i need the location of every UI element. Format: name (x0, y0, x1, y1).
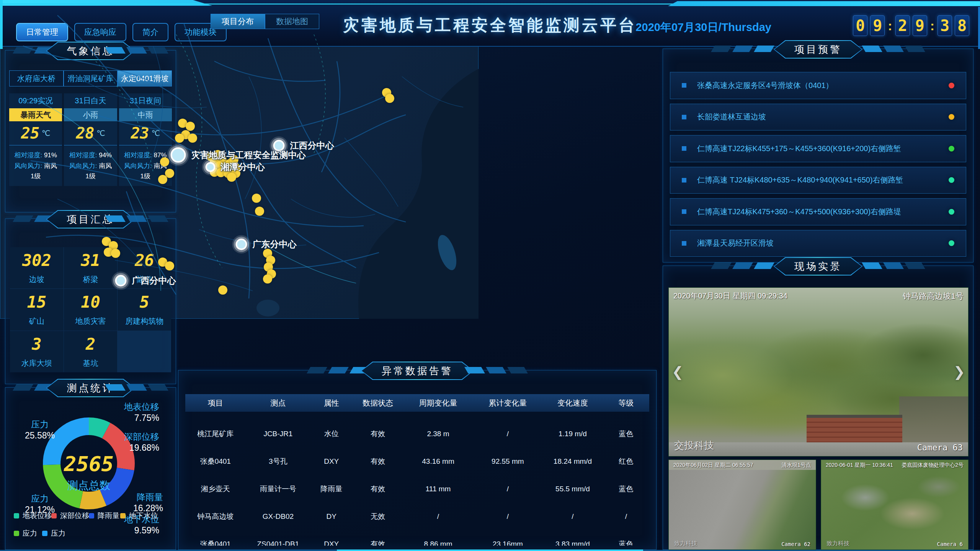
alert-status-dot (949, 209, 954, 215)
alarm-col-变化速度: 变化速度 (542, 394, 603, 412)
camera-thumb-1[interactable]: 2020年06月02日 星期二 06:55:57 清水坝1号点 致力科技 Cam… (668, 460, 816, 550)
alarm-table-row[interactable]: 桃江尾矿库JCB-JR1水位有效2.38 m/1.19 m/d蓝色 (185, 420, 649, 448)
alarm-cell: 92.55 mm (473, 448, 542, 475)
project-point[interactable] (255, 207, 264, 216)
alarm-table-body[interactable]: 滑油洞尾矿库5号孔DXY有效10.12 mm15.975.46 mm/d橙色桃江… (185, 412, 649, 546)
alarm-table-row[interactable]: 滑油洞尾矿库5号孔DXY有效10.12 mm15.975.46 mm/d橙色 (185, 412, 649, 420)
project-point[interactable] (175, 134, 184, 143)
donut-label-压力: 压力25.58% (16, 419, 64, 441)
project-point[interactable] (252, 194, 261, 203)
donut-label-降雨量: 降雨量16.28% (116, 492, 163, 514)
alert-item[interactable]: 仁博高速TJ24标K475+360～K475+500(K936+300)右侧路堤 (670, 198, 966, 225)
alarm-cell: GX-DB02 (246, 503, 311, 530)
alarm-cell: 18.24 mm/d (542, 448, 603, 475)
alarm-col-等级: 等级 (603, 394, 649, 412)
alarm-cell: 张桑0401 (185, 448, 246, 475)
clock-digit: 9 (870, 15, 885, 36)
panel-deco (466, 367, 526, 373)
alert-bullet-icon (682, 209, 686, 214)
project-point[interactable] (227, 173, 236, 182)
legend-swatch (51, 513, 57, 518)
alert-item[interactable]: 长韶娄道林互通边坡 (670, 104, 966, 131)
alert-text: 张桑高速永定服务区4号滑坡体（0401） (697, 80, 949, 91)
project-point[interactable] (186, 122, 195, 131)
alarm-cell: DXY (310, 412, 352, 420)
alert-item[interactable]: 湘潭县天易经开区滑坡 (670, 230, 966, 257)
legend-item-压力[interactable]: 压力 (42, 528, 65, 538)
alarm-cell: 滑油洞尾矿库 (185, 412, 246, 420)
legend-label: 地表位移 (23, 511, 52, 521)
alert-status-dot (949, 114, 954, 120)
project-point[interactable] (218, 285, 227, 295)
alarm-table-row[interactable]: 张桑0401ZS0401-DB1DXY有效8.86 mm23.16mm3.83 … (185, 530, 649, 546)
alert-item[interactable]: 仁博高速 TJ24标K480+635～K480+940(K941+650)右侧路… (670, 167, 966, 194)
alarm-cell: 蓝色 (603, 420, 649, 448)
dashboard: 日常管理 应急响应 简介 功能模块 灾害地质与工程安全智能监测云平台 2020年… (0, 0, 980, 551)
map-tab-data-map[interactable]: 数据地图 (265, 14, 319, 29)
project-point[interactable] (385, 94, 394, 103)
center-marker-灾害地质与工程安全监测中心[interactable]: 灾害地质与工程安全监测中心 (171, 147, 306, 163)
camera-thumb-2[interactable]: 2020-06-01 星期一 10:36:41 娄底固体废物处理中心2号 致力科… (821, 460, 969, 550)
alert-item[interactable]: 张桑高速永定服务区4号滑坡体（0401） (670, 72, 966, 99)
donut-label-深部位移: 深部位移19.68% (112, 431, 159, 453)
panel-deco (107, 384, 167, 391)
alarm-table-row[interactable]: 钟马高边坡GX-DB02DY无效//// (185, 503, 649, 530)
clock-colon: : (930, 18, 934, 33)
alarm-cell: 有效 (352, 420, 403, 448)
project-point[interactable] (263, 274, 272, 284)
summary-empty-cell (118, 331, 171, 372)
alert-text: 仁博高速TJ24标K475+360～K475+500(K936+300)右侧路堤 (697, 207, 949, 217)
alarm-cell: 3号孔 (246, 448, 311, 475)
prev-camera-arrow-icon[interactable]: ❮ (672, 364, 683, 380)
clock-digit: 8 (955, 15, 969, 36)
project-point[interactable] (188, 134, 197, 143)
legend-item-降雨量[interactable]: 降雨量 (89, 511, 119, 521)
camera-location-name: 钟马路高边坡1号 (903, 291, 964, 302)
center-marker-广西分中心[interactable]: 广西分中心 (115, 275, 176, 287)
alert-bullet-icon (682, 115, 686, 119)
stat-label: 基坑 (83, 358, 98, 368)
camera-brand-watermark: 交投科技 (674, 439, 714, 452)
project-point[interactable] (165, 261, 174, 271)
alert-bullet-icon (682, 83, 686, 88)
alarm-table-row[interactable]: 湘乡壶天雨量计一号降雨量有效111 mm/55.5 mm/d蓝色 (185, 475, 649, 503)
alarm-table-row[interactable]: 张桑04013号孔DXY有效43.16 mm92.55 mm18.24 mm/d… (185, 448, 649, 475)
alarm-cell: 15.97 (473, 412, 542, 420)
alert-item[interactable]: 仁博高速TJ22标K455+175～K455+360(K916+200)右侧路堑 (670, 135, 966, 162)
marker-rings-icon (206, 162, 216, 172)
project-point[interactable] (160, 157, 169, 166)
alarm-cell: 55.5 mm/d (542, 475, 603, 503)
alarm-cell: / (473, 475, 542, 503)
camera-timestamp: 2020年07月30日 星期四 09:29:34 (673, 291, 787, 301)
legend-item-地下水位[interactable]: 地下水位 (120, 511, 158, 521)
center-marker-广东分中心[interactable]: 广东分中心 (236, 238, 297, 250)
abnormal-data-panel: 异常数据告警 项目测点属性数据状态周期变化量累计变化量变化速度等级 滑油洞尾矿库… (178, 370, 657, 550)
alarm-cell: 橙色 (603, 412, 649, 420)
next-camera-arrow-icon[interactable]: ❯ (954, 364, 965, 380)
alarm-cell: 水位 (310, 420, 352, 448)
map[interactable]: 项目分布 数据地图 江西分中心灾害地质与工程安全监测中心湘潭分中心广东分中心广西… (0, 0, 479, 319)
alarm-col-周期变化量: 周期变化量 (403, 394, 473, 412)
legend-item-深部位移[interactable]: 深部位移 (51, 511, 89, 521)
legend-item-应力[interactable]: 应力 (14, 528, 37, 538)
camera-brand-watermark: 致力科技 (826, 540, 849, 547)
alarm-table-header: 项目测点属性数据状态周期变化量累计变化量变化速度等级 (185, 394, 649, 412)
main-camera-view[interactable]: 2020年07月30日 星期四 09:29:34 钟马路高边坡1号 交投科技 C… (668, 287, 969, 456)
alarm-cell: 有效 (352, 412, 403, 420)
map-tab-project-distribution[interactable]: 项目分布 (211, 14, 265, 29)
alert-status-dot (949, 177, 954, 183)
alarm-cell: 8.86 mm (403, 530, 473, 546)
alarm-cell: 有效 (352, 475, 403, 503)
project-point[interactable] (111, 249, 120, 258)
legend-item-地表位移[interactable]: 地表位移 (14, 511, 52, 521)
alert-text: 仁博高速 TJ24标K480+635～K480+940(K941+650)右侧路… (697, 175, 949, 185)
legend-swatch (14, 531, 19, 536)
alarm-cell: 雨量计一号 (246, 475, 311, 503)
alarm-cell: 降雨量 (310, 475, 352, 503)
alert-bullet-icon (682, 241, 686, 246)
project-point[interactable] (158, 175, 167, 184)
project-alerts-panel: 项目预警 张桑高速永定服务区4号滑坡体（0401）长韶娄道林互通边坡仁博高速TJ… (663, 49, 973, 262)
alarm-cell: 3.83 mm/d (542, 530, 603, 546)
center-marker-湘潭分中心[interactable]: 湘潭分中心 (206, 161, 265, 173)
legend-swatch (42, 531, 47, 536)
